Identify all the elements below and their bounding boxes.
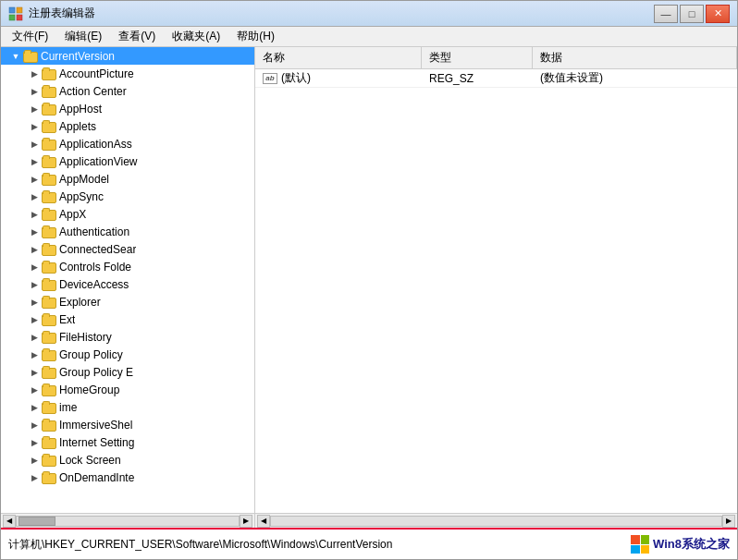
tree-item-16[interactable]: ▶ Group Policy	[1, 346, 254, 363]
arrow-14: ▶	[27, 312, 42, 327]
status-logo: Win8系统之家	[631, 535, 730, 554]
label-23: OnDemandInte	[59, 471, 134, 484]
maximize-button[interactable]: □	[680, 5, 704, 23]
label-14: Ext	[59, 313, 75, 326]
arrow-7: ▶	[27, 189, 42, 204]
tree-item-0[interactable]: ▶ AccountPicture	[1, 65, 254, 82]
title-bar-left: 注册表编辑器	[8, 6, 95, 21]
tree-item-11[interactable]: ▶ Controls Folde	[1, 258, 254, 275]
svg-rect-0	[9, 7, 15, 13]
label-20: ImmersiveShel	[59, 419, 132, 432]
tree-item-12[interactable]: ▶ DeviceAccess	[1, 275, 254, 293]
tree-scroll[interactable]: ▼ CurrentVersion ▶ AccountPicture ▶ Acti…	[1, 47, 254, 513]
h-scroll-right-btn2[interactable]: ▶	[722, 515, 735, 528]
svg-rect-1	[17, 7, 22, 13]
folder-icon-0	[42, 67, 56, 80]
table-body: ab (默认) REG_SZ (数值未设置)	[255, 69, 737, 513]
label-5: ApplicationView	[59, 155, 138, 168]
label-19: ime	[59, 401, 77, 414]
col-header-name[interactable]: 名称	[255, 47, 422, 68]
tree-item-7[interactable]: ▶ AppSync	[1, 188, 254, 205]
label-1: Action Center	[59, 85, 127, 98]
windows-flag-icon	[631, 535, 649, 554]
label-6: AppModel	[59, 173, 109, 186]
tree-item-20[interactable]: ▶ ImmersiveShel	[1, 416, 254, 433]
label-7: AppSync	[59, 190, 104, 203]
close-button[interactable]: ✕	[706, 5, 730, 23]
menu-favorites[interactable]: 收藏夹(A)	[165, 27, 228, 46]
arrow-20: ▶	[27, 418, 42, 432]
tree-item-15[interactable]: ▶ FileHistory	[1, 328, 254, 346]
arrow-0: ▶	[27, 67, 42, 81]
h-scroll-left: ◀ ▶	[1, 514, 255, 528]
col-header-data[interactable]: 数据	[533, 47, 737, 68]
menu-view[interactable]: 查看(V)	[111, 27, 163, 46]
tree-item-17[interactable]: ▶ Group Policy E	[1, 363, 254, 381]
folder-icon-currentversion	[23, 50, 38, 63]
tree-item-8[interactable]: ▶ AppX	[1, 205, 254, 223]
flag-q4	[641, 545, 650, 554]
registry-editor-window: 注册表编辑器 — □ ✕ 文件(F) 编辑(E) 查看(V) 收藏夹(A) 帮助…	[0, 0, 738, 560]
h-scroll-thumb-left	[18, 517, 55, 526]
label-10: ConnectedSear	[59, 243, 136, 256]
menu-edit[interactable]: 编辑(E)	[57, 27, 109, 46]
tree-item-14[interactable]: ▶ Ext	[1, 310, 254, 328]
label-9: Authentication	[59, 225, 129, 238]
content-panel: 名称 类型 数据 ab (默认) REG_SZ (数值未设置)	[255, 47, 737, 513]
tree-item-10[interactable]: ▶ ConnectedSear	[1, 240, 254, 258]
h-scroll-bar-left[interactable]	[16, 516, 240, 527]
arrow-4: ▶	[27, 137, 42, 152]
arrow-13: ▶	[27, 295, 42, 310]
h-scroll-right-btn[interactable]: ▶	[240, 515, 252, 528]
tree-item-3[interactable]: ▶ Applets	[1, 117, 254, 135]
label-16: Group Policy	[59, 348, 123, 361]
tree-item-4[interactable]: ▶ ApplicationAss	[1, 135, 254, 152]
flag-q3	[631, 545, 640, 554]
tree-item-13[interactable]: ▶ Explorer	[1, 293, 254, 310]
site-name-label: Win8系统之家	[653, 536, 730, 553]
tree-item-19[interactable]: ▶ ime	[1, 398, 254, 416]
app-icon	[8, 6, 23, 21]
h-scroll-left-btn[interactable]: ◀	[3, 515, 16, 528]
arrow-currentversion: ▼	[8, 49, 23, 64]
table-row[interactable]: ab (默认) REG_SZ (数值未设置)	[255, 69, 737, 88]
arrow-17: ▶	[27, 365, 42, 380]
arrow-10: ▶	[27, 242, 42, 257]
arrow-12: ▶	[27, 277, 42, 292]
tree-item-6[interactable]: ▶ AppModel	[1, 170, 254, 188]
folder-icon-22	[42, 454, 56, 467]
arrow-22: ▶	[27, 453, 42, 468]
label-17: Group Policy E	[59, 366, 133, 379]
label-12: DeviceAccess	[59, 278, 129, 291]
label-3: Applets	[59, 120, 96, 133]
tree-item-22[interactable]: ▶ Lock Screen	[1, 451, 254, 469]
label-2: AppHost	[59, 103, 102, 116]
tree-item-5[interactable]: ▶ ApplicationView	[1, 152, 254, 170]
arrow-2: ▶	[27, 102, 42, 116]
menu-help[interactable]: 帮助(H)	[229, 27, 282, 46]
folder-icon-6	[42, 173, 56, 186]
menu-file[interactable]: 文件(F)	[5, 27, 55, 46]
arrow-3: ▶	[27, 119, 42, 134]
tree-item-18[interactable]: ▶ HomeGroup	[1, 381, 254, 398]
tree-item-23[interactable]: ▶ OnDemandInte	[1, 469, 254, 486]
h-scroll-left-btn2[interactable]: ◀	[257, 515, 270, 528]
tree-item-9[interactable]: ▶ Authentication	[1, 223, 254, 240]
col-header-type[interactable]: 类型	[422, 47, 533, 68]
minimize-button[interactable]: —	[654, 5, 678, 23]
folder-icon-2	[42, 103, 56, 116]
folder-icon-14	[42, 313, 56, 326]
arrow-18: ▶	[27, 383, 42, 397]
tree-item-21[interactable]: ▶ Internet Setting	[1, 433, 254, 451]
cell-name-0: ab (默认)	[255, 70, 422, 86]
h-scroll-bar-right[interactable]	[270, 516, 722, 527]
tree-item-currentversion[interactable]: ▼ CurrentVersion	[1, 47, 254, 65]
tree-item-1[interactable]: ▶ Action Center	[1, 82, 254, 100]
folder-icon-3	[42, 120, 56, 133]
h-scroll-area: ◀ ▶ ◀ ▶	[1, 513, 737, 528]
folder-icon-5	[42, 155, 56, 168]
label-13: Explorer	[59, 296, 101, 309]
tree-item-2[interactable]: ▶ AppHost	[1, 100, 254, 117]
menu-bar: 文件(F) 编辑(E) 查看(V) 收藏夹(A) 帮助(H)	[1, 27, 737, 47]
label-15: FileHistory	[59, 331, 112, 344]
